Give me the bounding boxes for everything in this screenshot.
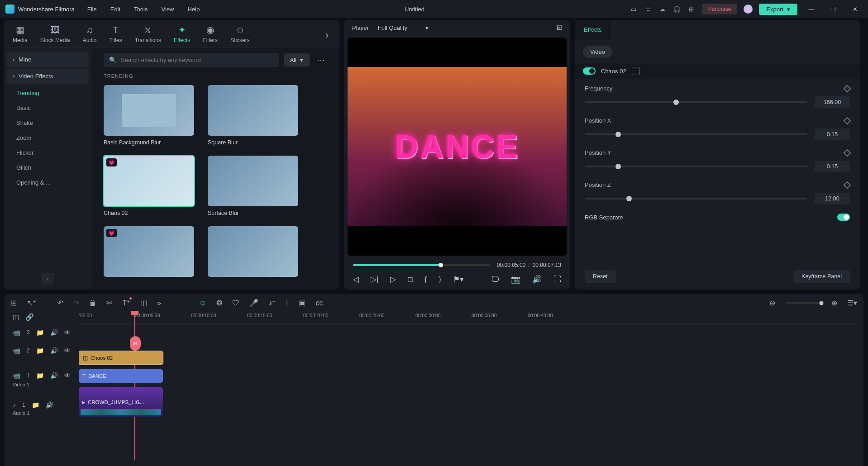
preview-viewport[interactable]: DANCE [348, 38, 567, 256]
tab-audio[interactable]: ♫Audio [83, 24, 97, 47]
rgb-separate-toggle[interactable] [837, 214, 850, 221]
split-icon[interactable]: ✄ [106, 299, 112, 307]
snap-icon[interactable]: ◫ [13, 313, 19, 321]
undo-icon[interactable]: ↶ [57, 299, 63, 307]
inspector-tab-effects[interactable]: Effects [575, 20, 611, 40]
caption-icon[interactable]: cc [315, 299, 323, 307]
mute-icon[interactable]: 🔊 [50, 329, 58, 336]
layout-icon[interactable]: ▭ [630, 5, 638, 13]
sidebar-item-trending[interactable]: Trending [6, 86, 89, 100]
sidebar-mine[interactable]: ▸Mine [6, 52, 89, 67]
scrub-bar[interactable] [353, 264, 491, 266]
tab-titles[interactable]: TTitles [109, 24, 122, 47]
layout-grid-icon[interactable]: ⊞ [11, 299, 17, 307]
color-adjust-icon[interactable]: ❂ [216, 299, 222, 307]
keyframe-panel-button[interactable]: Keyframe Panel [793, 270, 850, 283]
play-button[interactable]: ▷ [390, 275, 396, 284]
keyframe-diamond-icon[interactable] [844, 181, 851, 189]
play-backward-button[interactable]: ▷| [371, 275, 378, 284]
param-value[interactable]: 166.00 [815, 96, 850, 108]
track-lane-3[interactable]: ◫Chaos 02 [79, 349, 857, 367]
mark-out-button[interactable]: } [439, 275, 441, 284]
tab-stickers[interactable]: ☺Stickers [230, 24, 250, 47]
sidebar-item-basic[interactable]: Basic [6, 100, 89, 115]
menu-view[interactable]: View [161, 6, 174, 13]
marker-dropdown[interactable]: ⚑▾ [453, 275, 464, 284]
tabs-more-icon[interactable]: › [324, 29, 330, 41]
track-view-icon[interactable]: ☰▾ [847, 299, 857, 307]
folder-icon[interactable]: 📁 [32, 401, 39, 409]
tab-effects[interactable]: ✦Effects [174, 24, 190, 47]
menu-file[interactable]: File [87, 6, 97, 13]
mute-icon[interactable]: 🔊 [46, 401, 53, 409]
menu-tools[interactable]: Tools [134, 6, 148, 13]
avatar[interactable] [744, 5, 753, 14]
effect-card[interactable] [208, 226, 298, 277]
delete-icon[interactable]: 🗑 [89, 299, 96, 307]
quality-dropdown[interactable]: Full Quality▾ [378, 24, 429, 31]
sidebar-item-zoom[interactable]: Zoom [6, 130, 89, 145]
folder-icon[interactable]: 📁 [36, 347, 44, 354]
keyframe-diamond-icon[interactable] [844, 85, 851, 92]
favorite-icon[interactable]: 💗 [106, 229, 117, 237]
zoom-out-icon[interactable]: ⊖ [769, 299, 775, 307]
effect-enable-toggle[interactable] [583, 67, 596, 75]
folder-icon[interactable]: 📁 [36, 329, 44, 336]
menu-edit[interactable]: Edit [110, 6, 120, 13]
menu-help[interactable]: Help [187, 6, 200, 13]
tab-filters[interactable]: ◉Filters [203, 24, 218, 47]
smiley-tool-icon[interactable]: ☺ [199, 299, 206, 307]
mute-icon[interactable]: 🔊 [50, 372, 58, 379]
link-icon[interactable]: 🔗 [25, 313, 34, 321]
zoom-slider[interactable] [785, 302, 821, 304]
favorite-icon[interactable]: 💗 [106, 158, 117, 166]
zoom-in-icon[interactable]: ⊕ [831, 299, 837, 307]
sidebar-item-flicker[interactable]: Flicker [6, 145, 89, 160]
track-area[interactable]: :00:0000:00:05:0000:00:10:0000:00:15:000… [79, 311, 857, 460]
more-options-icon[interactable]: ⋯ [314, 55, 328, 65]
param-slider[interactable] [585, 101, 807, 103]
close-button[interactable]: ✕ [847, 6, 863, 13]
param-value[interactable]: 0.15 [815, 128, 850, 140]
keyframe-diamond-icon[interactable] [844, 117, 851, 124]
param-value[interactable]: 12.00 [815, 193, 850, 204]
maximize-button[interactable]: ❐ [825, 6, 841, 13]
camera-icon[interactable]: 📷 [511, 275, 520, 284]
filter-dropdown[interactable]: All▾ [284, 53, 310, 67]
apps-icon[interactable]: ⊞ [687, 5, 696, 13]
snapshot-icon[interactable]: 🖼 [556, 24, 562, 31]
track-lane-audio[interactable] [79, 425, 857, 443]
effect-card[interactable]: Basic Background Blur [104, 85, 194, 146]
track-lane-2[interactable]: TDANCE [79, 367, 857, 385]
save-icon[interactable]: 🖫 [644, 5, 652, 13]
frame-icon[interactable]: ▣ [299, 299, 305, 307]
volume-icon[interactable]: 🔊 [532, 275, 542, 284]
effect-card[interactable]: Surface Blur [208, 156, 298, 216]
time-ruler[interactable]: :00:0000:00:05:0000:00:10:0000:00:15:000… [79, 311, 857, 323]
beat-detect-icon[interactable]: ⫴ [286, 299, 289, 307]
sidebar-item-opening[interactable]: Opening & ... [6, 175, 89, 190]
search-input[interactable] [121, 57, 274, 63]
effect-card[interactable]: 💗Chaos 02 [104, 156, 194, 216]
sidebar-item-glitch[interactable]: Glitch [6, 160, 89, 175]
cursor-icon[interactable]: ↖⁺ [27, 299, 36, 307]
minimize-button[interactable]: ― [804, 6, 819, 13]
mute-icon[interactable]: 🔊 [50, 347, 58, 354]
more-tools-icon[interactable]: » [157, 299, 161, 307]
effect-card[interactable]: Square Blur [208, 85, 298, 146]
reset-button[interactable]: Reset [585, 270, 616, 283]
clip-effect[interactable]: ◫Chaos 02 [79, 351, 163, 365]
cloud-icon[interactable]: ☁ [658, 5, 667, 13]
redo-icon[interactable]: ↷ [73, 299, 79, 307]
text-tool-icon[interactable]: T⁺ [122, 299, 130, 307]
visibility-icon[interactable]: 👁 [64, 329, 71, 336]
effect-card[interactable]: 💗 [104, 226, 194, 277]
crop-icon[interactable]: ◫ [140, 299, 147, 307]
shield-icon[interactable]: 🛡 [232, 299, 239, 307]
clip-title[interactable]: TDANCE [79, 369, 163, 383]
param-slider[interactable] [585, 133, 807, 135]
sidebar-item-shake[interactable]: Shake [6, 115, 89, 130]
mark-in-button[interactable]: { [424, 275, 427, 284]
effect-settings-icon[interactable] [632, 67, 640, 75]
sidebar-collapse-button[interactable]: ‹ [41, 273, 54, 285]
